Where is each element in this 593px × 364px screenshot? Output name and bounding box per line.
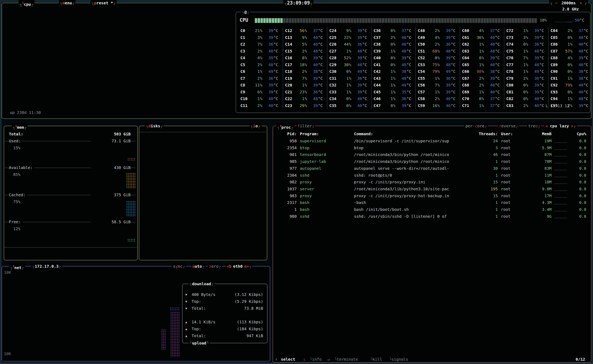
proc-percore-toggle[interactable]: per-core┌ bbox=[464, 123, 488, 129]
cpu-meter-cell bbox=[368, 18, 370, 23]
mem-stat-percent: 15% bbox=[4, 144, 137, 151]
cpu-meter-cell bbox=[512, 18, 514, 23]
col-program: Program: bbox=[300, 130, 319, 137]
cpu-meter-cell bbox=[297, 18, 299, 23]
process-row[interactable]: 958supervisord/bin/supervisord -c /init/… bbox=[273, 138, 591, 144]
proc-box-title[interactable]: ┐4proc┌ bbox=[276, 123, 295, 129]
cpu-meter-cell bbox=[455, 18, 458, 23]
core-cell: C021%39°C bbox=[238, 27, 283, 34]
menu-button[interactable]: ┐menu┌ bbox=[59, 0, 75, 6]
preset-button[interactable]: ┐preset *┌ bbox=[91, 0, 117, 6]
core-cell: C482%39°C bbox=[416, 27, 460, 34]
disks-box-title[interactable]: ┐disks┌ bbox=[145, 123, 164, 129]
cpu-meter-cell bbox=[396, 18, 398, 23]
core-cell: C740%36°C bbox=[504, 41, 548, 48]
kill-hint[interactable]: └kill bbox=[370, 356, 382, 362]
net-box-title[interactable]: ┐3net┌ bbox=[9, 263, 25, 269]
process-row[interactable]: 1037server/root/miniconda3/lib/python3.1… bbox=[273, 186, 591, 192]
mem-stat-percent: 75% bbox=[4, 198, 137, 205]
core-cell: C350%40°C bbox=[327, 102, 372, 109]
io-mode-toggle[interactable]: ┐io┌ bbox=[250, 123, 261, 129]
core-cell: C9279%40°C bbox=[548, 82, 593, 89]
cpu-box-title[interactable]: ┐1cpu┌ bbox=[19, 0, 35, 6]
core-cell: C604%37°C bbox=[460, 27, 504, 34]
cpu-meter-cell bbox=[393, 18, 396, 23]
proc-reverse-toggle[interactable]: reverse┌ bbox=[498, 123, 519, 129]
process-row[interactable]: 980sshdsshd: /usr/sbin/sshd -D [listener… bbox=[273, 213, 591, 220]
terminate-hint[interactable]: └terminate bbox=[334, 356, 358, 362]
process-row[interactable]: 985jupyter-lab/root/miniconda3/bin/pytho… bbox=[273, 158, 591, 165]
proc-sort-selector[interactable]: <cpu lazy>┌ bbox=[544, 123, 577, 129]
signals-hint[interactable]: └signals bbox=[389, 356, 408, 362]
process-row[interactable]: 982proxyproxy -c /init/proxy/proxy.ini15… bbox=[273, 179, 591, 186]
net-scale-top: 10K bbox=[4, 270, 11, 275]
proc-tree-toggle[interactable]: tree┌ bbox=[527, 123, 541, 129]
cpu-meter-cell bbox=[453, 18, 455, 23]
cpu-meter-cell bbox=[464, 18, 466, 23]
net-interface-selector[interactable]: <beth0n>┌ bbox=[226, 263, 252, 269]
window-edge-bottom bbox=[0, 362, 593, 364]
core-cell: C44%39°C bbox=[238, 54, 283, 61]
cpu-meter-cell bbox=[311, 18, 314, 23]
cpu-meter-cell bbox=[402, 18, 404, 23]
core-cell: C551%36°C bbox=[416, 75, 460, 82]
core-cell: C145%40°C bbox=[283, 41, 327, 48]
net-auto-toggle[interactable]: auto┌ bbox=[191, 263, 205, 269]
process-row[interactable]: 2317bash-bash1root4.3M0.0 bbox=[273, 199, 591, 206]
process-row[interactable]: 2304sshdsshd: root@pts/01root11M0.0 bbox=[273, 172, 591, 179]
select-label: select bbox=[281, 356, 295, 362]
cpu-meter-cell bbox=[328, 18, 331, 23]
cpu-meter-cell bbox=[469, 18, 472, 23]
cpu-meter-cell bbox=[373, 18, 376, 23]
proc-filter-button[interactable]: filter┌ bbox=[296, 123, 315, 129]
core-cell: C311%36°C bbox=[327, 75, 372, 82]
cpu-meter-cell bbox=[399, 18, 401, 23]
cpu-meter-cell bbox=[492, 18, 494, 23]
cpu-core-column: C021%39°CC13%39°CC27%36°CC32%48°CC44%39°… bbox=[238, 27, 283, 109]
process-row[interactable]: 977autopanelautopanel serve --work-dir=/… bbox=[273, 165, 591, 172]
cpu-meter-cell bbox=[518, 18, 520, 23]
cpu-meter-cell bbox=[405, 18, 407, 23]
cpu-meter-cell bbox=[523, 18, 526, 23]
interval-increase-button[interactable]: + bbox=[580, 0, 582, 5]
process-row[interactable]: 981tensorboard/root/miniconda3/bin/pytho… bbox=[273, 151, 591, 158]
enter-hint: ↵ bbox=[328, 356, 330, 362]
core-cell: C781%49°C bbox=[504, 68, 548, 75]
net-upload-row: ▲14.1 KiB/s(113 Kibps) bbox=[183, 318, 266, 325]
core-cell: C421%38°C bbox=[372, 68, 416, 75]
core-cell: C810%39°C bbox=[504, 89, 548, 96]
core-cell: C139%40°C bbox=[283, 34, 327, 41]
update-interval-control: ┐ − 2000ms + ┌ bbox=[549, 0, 588, 6]
info-hint[interactable]: └info bbox=[310, 356, 322, 362]
cpu-meter-label: CPU bbox=[240, 17, 248, 23]
cpu-meter-cell bbox=[331, 18, 333, 23]
cpu-core-column: C360%37°CC372%40°CC380%40°CC391%48°CC400… bbox=[371, 27, 416, 109]
core-cell: C112%40°C bbox=[238, 102, 283, 109]
process-row[interactable]: 2354btopbtop3root5.9M0.0 bbox=[273, 144, 591, 151]
core-cell: C2852%39°C bbox=[327, 54, 372, 61]
cpu-meter-cell bbox=[379, 18, 382, 23]
process-row[interactable]: 983proxyproxy -c /init/proxy/proxy-hot-b… bbox=[273, 192, 591, 199]
core-cell: C340%40°C bbox=[327, 95, 372, 102]
core-cell: C691%40°C bbox=[460, 89, 504, 96]
process-row[interactable]: 1bashbash /init/boot/boot.sh1root3.4M0.0 bbox=[273, 206, 591, 213]
select-up-hint[interactable]: ↑ bbox=[275, 356, 277, 362]
net-sync-toggle[interactable]: sync┌ bbox=[172, 263, 186, 269]
mem-stat-row: Used:73.1 GiB bbox=[4, 138, 137, 144]
cpu-graph-mode[interactable]: ┐@┌ bbox=[241, 9, 250, 15]
core-cell: C571%39°C bbox=[416, 89, 460, 96]
core-cell: C101%40°C bbox=[238, 95, 283, 102]
net-zero-toggle[interactable]: zero┌ bbox=[208, 263, 222, 269]
cpu-meter-cell bbox=[506, 18, 508, 23]
cpu-meter-cell bbox=[306, 18, 308, 23]
interval-decrease-button[interactable]: − bbox=[555, 0, 557, 5]
cpu-total-percent: 10% bbox=[540, 18, 547, 22]
col-command: Command: bbox=[354, 130, 373, 137]
mem-box-title[interactable]: ┐2mem┌ bbox=[12, 123, 28, 129]
select-down-hint[interactable]: ↓ bbox=[303, 356, 305, 362]
cpu-meter-cell bbox=[390, 18, 393, 23]
cpu-meter-cell bbox=[438, 18, 441, 23]
core-cell: C767%39°C bbox=[504, 54, 548, 61]
mem-free-graph bbox=[127, 239, 136, 242]
cpu-meter-cell bbox=[323, 18, 325, 23]
